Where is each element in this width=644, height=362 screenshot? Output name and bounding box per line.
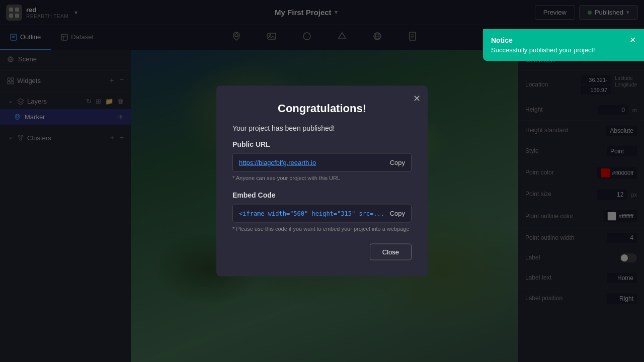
public-url-link[interactable]: https://biagcfbifg.reearth.io — [239, 159, 316, 166]
public-url-copy-button[interactable]: Copy — [390, 159, 405, 166]
close-button[interactable]: Close — [370, 244, 412, 260]
modal-close-button[interactable]: ✕ — [413, 93, 421, 104]
notice-close-button[interactable]: ✕ — [629, 35, 636, 45]
notice-content: Notice Successfully published your proje… — [491, 36, 595, 54]
embed-code-text: <iframe width="560" height="315" src=... — [239, 210, 384, 217]
notice-title: Notice — [491, 36, 595, 44]
embed-code-section-title: Embed Code — [232, 191, 412, 199]
public-url-hint: * Anyone can see your project with this … — [232, 175, 412, 181]
embed-hint: * Please use this code if you want to em… — [232, 226, 412, 232]
congratulations-modal: ✕ Congratulations! Your project has been… — [216, 86, 428, 277]
notice-message: Successfully published your project! — [491, 46, 595, 54]
modal-title: Congratulations! — [232, 102, 412, 115]
public-url-box: https://biagcfbifg.reearth.io Copy — [232, 153, 412, 172]
embed-code-copy-button[interactable]: Copy — [390, 210, 405, 217]
public-url-section-title: Public URL — [232, 140, 412, 148]
modal-subtitle: Your project has been published! — [232, 124, 412, 132]
notice-toast: Notice Successfully published your proje… — [483, 29, 644, 61]
embed-code-box: <iframe width="560" height="315" src=...… — [232, 204, 412, 223]
modal-footer: Close — [232, 244, 412, 260]
